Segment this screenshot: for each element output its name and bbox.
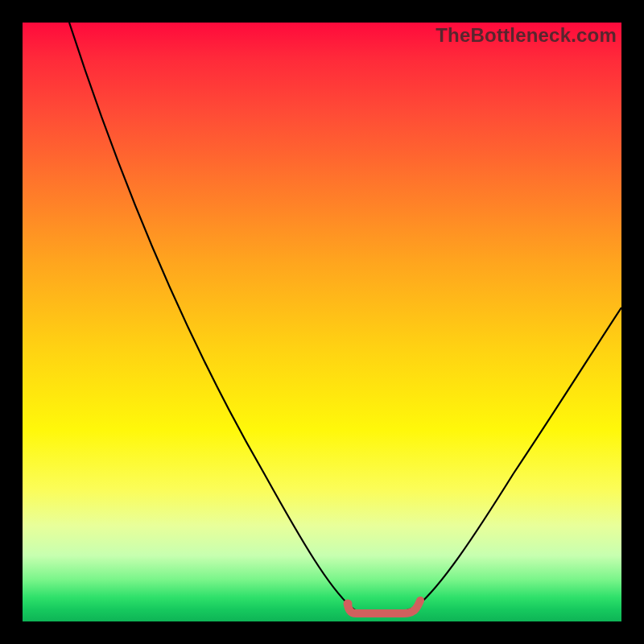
bottleneck-curve [69, 23, 621, 614]
optimal-zone-start-dot [344, 600, 353, 609]
optimal-zone-marker [348, 601, 420, 613]
plot-area: TheBottleneck.com [23, 23, 621, 621]
curve-layer [23, 23, 621, 621]
chart-frame: TheBottleneck.com [0, 0, 644, 644]
